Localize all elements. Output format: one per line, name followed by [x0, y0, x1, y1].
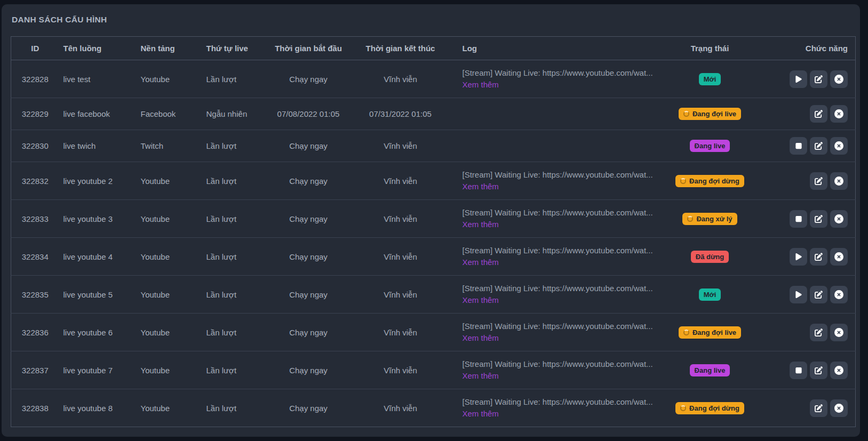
status-cell: Đang live [659, 130, 761, 162]
page-title: DANH SÁCH CẤU HÌNH [12, 15, 860, 25]
stream-name: live facebook [59, 98, 137, 130]
row-id: 322835 [11, 276, 59, 314]
close-button[interactable] [830, 210, 848, 228]
log-more-link[interactable]: Xem thêm [463, 181, 499, 193]
stop-icon [795, 142, 802, 150]
actions-cell [761, 98, 856, 130]
edit-button[interactable] [810, 362, 827, 379]
live-order: Lần lượt [202, 238, 267, 276]
close-button[interactable] [830, 172, 848, 190]
start-time: 07/08/2022 01:05 [267, 98, 350, 130]
column-header-platform: Nền tảng [137, 37, 202, 60]
platform: Youtube [137, 276, 202, 314]
log-more-link[interactable]: Xem thêm [463, 408, 499, 420]
close-button[interactable] [830, 399, 848, 417]
start-time: Chạy ngay [267, 130, 350, 162]
play-button[interactable] [790, 248, 807, 266]
live-order: Lần lượt [202, 389, 267, 427]
row-id: 322837 [11, 351, 59, 389]
close-icon [834, 109, 843, 118]
table-row: 322835 live youtube 5 Youtube Lần lượt C… [11, 276, 856, 314]
close-button[interactable] [830, 324, 848, 341]
table-row: 322828 live test Youtube Lần lượt Chạy n… [11, 60, 856, 98]
close-button[interactable] [830, 70, 848, 88]
status-label: Đã dừng [696, 253, 724, 261]
close-button[interactable] [830, 286, 848, 303]
actions-cell [761, 314, 856, 351]
status-cell: Đang xử lý [659, 200, 761, 238]
end-time: Vĩnh viễn [350, 130, 451, 162]
actions-cell [761, 238, 856, 276]
edit-button[interactable] [810, 105, 827, 123]
edit-button[interactable] [810, 137, 827, 155]
stop-button[interactable] [790, 210, 807, 228]
close-button[interactable] [830, 248, 848, 266]
log-more-link[interactable]: Xem thêm [463, 294, 499, 306]
edit-icon [815, 110, 823, 118]
column-header-name: Tên luồng [59, 37, 137, 60]
status-label: Đang xử lý [696, 215, 732, 223]
actions-cell [761, 60, 856, 98]
platform: Youtube [137, 314, 202, 351]
close-button[interactable] [830, 105, 848, 123]
log-cell: [Stream] Waiting Live: https://www.youtu… [451, 351, 659, 389]
actions-cell [761, 130, 856, 162]
edit-button[interactable] [810, 399, 827, 417]
live-order: Lần lượt [202, 276, 267, 314]
end-time: Vĩnh viễn [350, 60, 451, 98]
end-time: Vĩnh viễn [350, 314, 451, 351]
status-badge: Mới [699, 73, 721, 85]
edit-button[interactable] [810, 286, 827, 303]
edit-button[interactable] [810, 248, 827, 266]
row-id: 322833 [11, 200, 59, 238]
table-row: 322832 live youtube 2 Youtube Lần lượt C… [11, 162, 856, 200]
play-button[interactable] [790, 70, 807, 88]
spinner-icon [683, 111, 689, 117]
log-more-link[interactable]: Xem thêm [463, 332, 499, 344]
status-badge: Đang đợi live [679, 108, 741, 120]
edit-button[interactable] [810, 172, 827, 190]
status-cell: Đang đợi dừng [659, 389, 761, 427]
platform: Youtube [137, 60, 202, 98]
table-row: 322836 live youtube 6 Youtube Lần lượt C… [11, 314, 856, 351]
edit-button[interactable] [810, 324, 827, 341]
log-cell: [Stream] Waiting Live: https://www.youtu… [451, 389, 659, 427]
log-more-link[interactable]: Xem thêm [463, 370, 499, 382]
close-icon [834, 75, 843, 84]
edit-button[interactable] [810, 70, 827, 88]
start-time: Chạy ngay [267, 162, 350, 200]
edit-button[interactable] [810, 210, 827, 228]
stop-button[interactable] [790, 137, 807, 155]
close-button[interactable] [830, 137, 848, 155]
stop-button[interactable] [790, 362, 807, 379]
play-button[interactable] [790, 286, 807, 303]
stream-name: live youtube 7 [59, 351, 137, 389]
live-order: Lần lượt [202, 130, 267, 162]
edit-icon [815, 142, 823, 150]
status-label: Đang đợi live [692, 328, 736, 336]
status-badge: Đang đợi dừng [675, 402, 744, 414]
status-cell: Đang đợi dừng [659, 162, 761, 200]
platform: Youtube [137, 162, 202, 200]
status-label: Đang live [695, 366, 726, 374]
log-cell: [Stream] Waiting Live: https://www.youtu… [451, 314, 659, 351]
log-more-link[interactable]: Xem thêm [463, 79, 499, 91]
status-badge: Đang live [690, 140, 730, 152]
end-time: Vĩnh viễn [350, 200, 451, 238]
close-icon [834, 177, 843, 186]
log-more-link[interactable]: Xem thêm [463, 256, 499, 268]
platform: Twitch [137, 130, 202, 162]
close-button[interactable] [830, 362, 848, 379]
status-label: Mới [704, 291, 716, 299]
stream-name: live youtube 5 [59, 276, 137, 314]
row-id: 322829 [11, 98, 59, 130]
platform: Youtube [137, 389, 202, 427]
stop-icon [795, 215, 802, 223]
spinner-icon [680, 405, 686, 411]
config-table-body: 322828 live test Youtube Lần lượt Chạy n… [11, 60, 856, 427]
log-more-link[interactable]: Xem thêm [463, 219, 499, 230]
live-order: Lần lượt [202, 60, 267, 98]
row-id: 322830 [11, 130, 59, 162]
stream-name: live youtube 2 [59, 162, 137, 200]
end-time: Vĩnh viễn [350, 162, 451, 200]
